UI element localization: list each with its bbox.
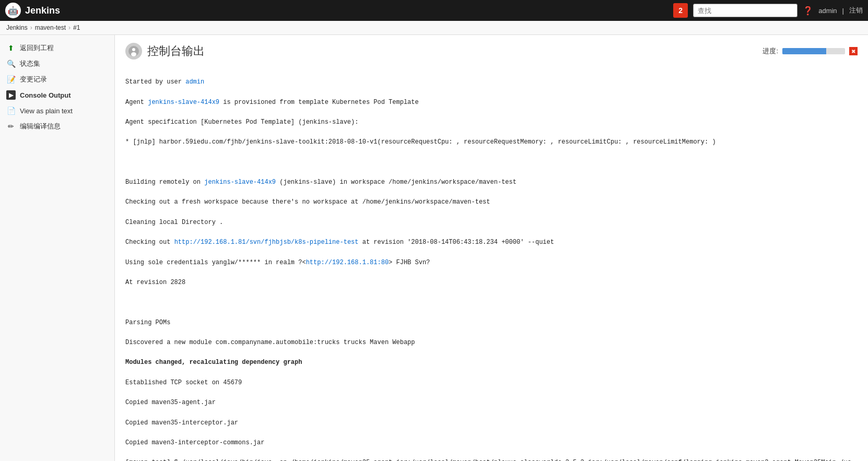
console-line: Checking out a fresh workspace because t… [125,197,858,207]
progress-label: 进度: [763,46,778,56]
console-line: Established TCP socket on 45679 [125,378,858,388]
sidebar-label-back: 返回到工程 [20,43,54,53]
console-line [125,298,858,308]
console-line: Agent jenkins-slave-414x9 is provisioned… [125,98,858,108]
console-line: Building remotely on jenkins-slave-414x9… [125,178,858,187]
console-line: * [jnlp] harbor.59iedu.com/fjhb/jenkins-… [125,137,858,147]
console-output: Started by user admin Agent jenkins-slav… [125,67,858,461]
breadcrumb: Jenkins › maven-test › #1 [0,21,868,35]
console-line: Copied maven3-interceptor-commons.jar [125,438,858,448]
page-title-bar: 控制台输出 进度: ✖ [125,43,858,60]
breadcrumb-sep-1: › [30,24,32,31]
sidebar-item-status[interactable]: 🔍 状态集 [0,56,114,72]
sidebar: ⬆ 返回到工程 🔍 状态集 📝 变更记录 ▶ Console Output 📄 … [0,35,115,461]
content-area: 控制台输出 进度: ✖ Started by user admin Agent … [115,35,868,461]
sidebar-item-edit-build[interactable]: ✏ 编辑编译信息 [0,119,114,134]
breadcrumb-build[interactable]: #1 [73,24,80,31]
breadcrumb-maven-test[interactable]: maven-test [35,24,66,31]
jenkins-avatar: 🤖 [5,3,21,18]
svg-point-1 [132,48,135,51]
sidebar-item-console-output[interactable]: ▶ Console Output [0,87,114,103]
search-icon: 🔍 [6,59,16,68]
user-name[interactable]: admin [818,7,837,15]
console-line: Copied maven35-interceptor.jar [125,418,858,428]
progress-bar-fill [782,48,826,54]
slave-link-2[interactable]: jenkins-slave-414x9 [204,179,276,186]
breadcrumb-sep-2: › [68,24,71,31]
console-line: Checking out http://192.168.1.81/svn/fjh… [125,238,858,247]
help-icon[interactable]: ❓ [803,6,813,16]
page-title-text: 控制台输出 [147,43,205,59]
page-title: 控制台输出 [125,43,205,60]
progress-bar-container [782,48,845,54]
topbar: 🤖 Jenkins 2 ❓ admin | 注销 [0,0,868,21]
arrow-up-icon: ⬆ [6,43,16,53]
logout-link[interactable]: 注销 [849,6,863,15]
admin-link[interactable]: admin [185,78,204,86]
sidebar-item-view-plain[interactable]: 📄 View as plain text [0,103,114,119]
slave-link-1[interactable]: jenkins-slave-414x9 [148,99,219,106]
app-name: Jenkins [25,5,60,16]
search-input[interactable] [693,4,797,17]
sidebar-label-status: 状态集 [20,59,40,68]
edit-icon: ✏ [6,122,16,131]
sidebar-label-plaintext: View as plain text [20,107,73,115]
sidebar-label-edit: 编辑编译信息 [20,122,61,131]
sidebar-label-changes: 变更记录 [20,75,47,84]
progress-area: 进度: ✖ [763,46,858,56]
changes-icon: 📝 [6,75,16,84]
console-icon: ▶ [6,90,16,100]
console-line: Modules changed, recalculating dependenc… [125,358,858,368]
console-line: Agent specification [Kubernetes Pod Temp… [125,117,858,127]
console-line: Started by user admin [125,77,858,87]
stop-build-button[interactable]: ✖ [849,47,858,55]
console-line: Using sole credentials yanglw/****** in … [125,258,858,268]
svn-realm-link[interactable]: http://192.168.1.81:80 [306,259,389,266]
console-line: Cleaning local Directory . [125,218,858,228]
sidebar-item-changes[interactable]: 📝 变更记录 [0,72,114,87]
sidebar-label-console: Console Output [20,91,71,99]
console-line: Discovered a new module com.companyname.… [125,338,858,348]
jenkins-logo[interactable]: 🤖 Jenkins [5,3,60,18]
console-line: At revision 2828 [125,278,858,288]
page-title-icon [125,43,142,60]
console-line: Copied maven35-agent.jar [125,398,858,408]
plaintext-icon: 📄 [6,106,16,115]
console-line: [maven-test] $ /usr/local/java/bin/java … [125,458,858,461]
main-layout: ⬆ 返回到工程 🔍 状态集 📝 变更记录 ▶ Console Output 📄 … [0,35,868,461]
console-line [125,158,858,168]
sidebar-item-back-to-project[interactable]: ⬆ 返回到工程 [0,40,114,56]
breadcrumb-jenkins[interactable]: Jenkins [6,24,28,31]
console-line: Parsing POMs [125,318,858,328]
svn-url-link[interactable]: http://192.168.1.81/svn/fjhbjsb/k8s-pipe… [174,239,359,246]
notification-badge[interactable]: 2 [673,3,688,18]
svg-point-2 [131,52,136,56]
